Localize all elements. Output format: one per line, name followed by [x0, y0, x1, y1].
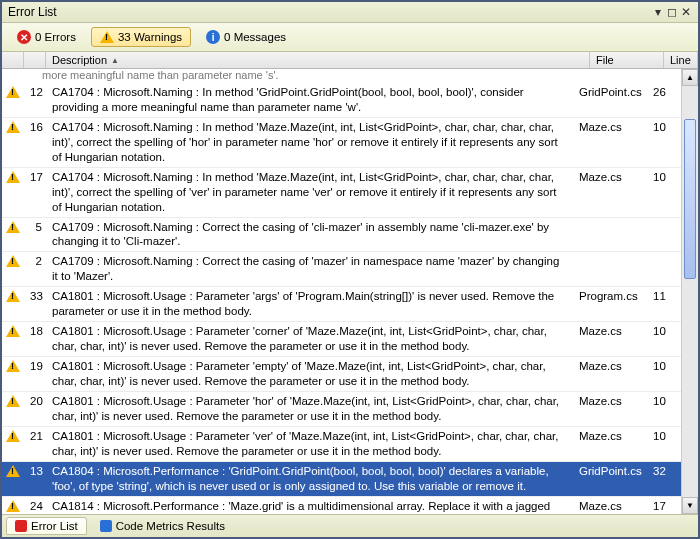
- scroll-thumb[interactable]: [684, 119, 696, 279]
- row-number: 12: [24, 84, 46, 116]
- row-icon-cell: [2, 84, 24, 116]
- scroll-down-icon[interactable]: ▼: [682, 497, 698, 514]
- error-list-icon: [15, 520, 27, 532]
- warning-icon: [6, 325, 20, 337]
- messages-filter-button[interactable]: i 0 Messages: [197, 27, 295, 47]
- table-row[interactable]: 2CA1709 : Microsoft.Naming : Correct the…: [2, 252, 681, 287]
- row-line: [647, 219, 681, 251]
- row-file: Maze.cs: [573, 323, 647, 355]
- titlebar: Error List ▾ ◻ ✕: [2, 2, 698, 23]
- table-row[interactable]: 12CA1704 : Microsoft.Naming : In method …: [2, 83, 681, 118]
- tab-error-list[interactable]: Error List: [6, 517, 87, 535]
- table-row[interactable]: 20CA1801 : Microsoft.Usage : Parameter '…: [2, 392, 681, 427]
- row-icon-cell: [2, 219, 24, 251]
- warning-icon: [100, 31, 114, 43]
- column-headers: Description ▲ File Line: [2, 52, 698, 69]
- partial-row-above: more meaningful name than parameter name…: [2, 69, 681, 83]
- maximize-icon[interactable]: ◻: [666, 6, 678, 18]
- col-header-description[interactable]: Description ▲: [46, 52, 590, 68]
- row-number: 24: [24, 498, 46, 515]
- row-line: 17: [647, 498, 681, 515]
- warning-icon: [6, 360, 20, 372]
- table-row[interactable]: 18CA1801 : Microsoft.Usage : Parameter '…: [2, 322, 681, 357]
- col-header-line[interactable]: Line: [664, 52, 698, 68]
- row-description: CA1709 : Microsoft.Naming : Correct the …: [46, 219, 573, 251]
- row-line: 10: [647, 323, 681, 355]
- row-description: CA1704 : Microsoft.Naming : In method 'M…: [46, 119, 573, 166]
- row-number: 19: [24, 358, 46, 390]
- warning-icon: [6, 430, 20, 442]
- row-number: 2: [24, 253, 46, 285]
- scroll-up-icon[interactable]: ▲: [682, 69, 698, 86]
- row-description: CA1801 : Microsoft.Usage : Parameter 'ar…: [46, 288, 573, 320]
- col-header-icon[interactable]: [2, 52, 24, 68]
- row-number: 17: [24, 169, 46, 216]
- row-icon-cell: [2, 288, 24, 320]
- row-icon-cell: [2, 463, 24, 495]
- table-row[interactable]: 33CA1801 : Microsoft.Usage : Parameter '…: [2, 287, 681, 322]
- code-metrics-icon: [100, 520, 112, 532]
- warning-icon: [6, 171, 20, 183]
- row-icon-cell: [2, 358, 24, 390]
- warning-icon: [6, 500, 20, 512]
- error-icon: ✕: [17, 30, 31, 44]
- row-line: 10: [647, 428, 681, 460]
- warning-icon: [6, 395, 20, 407]
- row-line: 10: [647, 393, 681, 425]
- row-file: Maze.cs: [573, 428, 647, 460]
- error-list-body: more meaningful name than parameter name…: [2, 69, 698, 514]
- warning-icon: [6, 221, 20, 233]
- messages-filter-label: 0 Messages: [224, 31, 286, 43]
- row-line: 26: [647, 84, 681, 116]
- row-number: 20: [24, 393, 46, 425]
- row-description: CA1801 : Microsoft.Usage : Parameter 'ho…: [46, 393, 573, 425]
- footer-tabs: Error List Code Metrics Results: [2, 514, 698, 537]
- table-row[interactable]: 13CA1804 : Microsoft.Performance : 'Grid…: [2, 462, 681, 497]
- sort-asc-icon: ▲: [111, 56, 119, 65]
- row-icon-cell: [2, 393, 24, 425]
- row-icon-cell: [2, 119, 24, 166]
- row-line: 10: [647, 169, 681, 216]
- errors-filter-button[interactable]: ✕ 0 Errors: [8, 27, 85, 47]
- row-number: 33: [24, 288, 46, 320]
- tab-code-metrics[interactable]: Code Metrics Results: [91, 517, 234, 535]
- row-line: 32: [647, 463, 681, 495]
- warning-icon: [6, 465, 20, 477]
- close-icon[interactable]: ✕: [680, 6, 692, 18]
- window-controls: ▾ ◻ ✕: [652, 6, 692, 18]
- row-icon-cell: [2, 323, 24, 355]
- errors-filter-label: 0 Errors: [35, 31, 76, 43]
- row-icon-cell: [2, 428, 24, 460]
- filter-toolbar: ✕ 0 Errors 33 Warnings i 0 Messages: [2, 23, 698, 52]
- row-number: 13: [24, 463, 46, 495]
- table-row[interactable]: 16CA1704 : Microsoft.Naming : In method …: [2, 118, 681, 168]
- warnings-filter-label: 33 Warnings: [118, 31, 182, 43]
- col-header-file[interactable]: File: [590, 52, 664, 68]
- row-line: 10: [647, 119, 681, 166]
- warning-icon: [6, 86, 20, 98]
- table-row[interactable]: 21CA1801 : Microsoft.Usage : Parameter '…: [2, 427, 681, 462]
- row-number: 16: [24, 119, 46, 166]
- table-row[interactable]: 19CA1801 : Microsoft.Usage : Parameter '…: [2, 357, 681, 392]
- row-file: GridPoint.cs: [573, 463, 647, 495]
- row-description: CA1704 : Microsoft.Naming : In method 'M…: [46, 169, 573, 216]
- row-file: [573, 253, 647, 285]
- row-file: Maze.cs: [573, 119, 647, 166]
- row-description: CA1704 : Microsoft.Naming : In method 'G…: [46, 84, 573, 116]
- vertical-scrollbar[interactable]: ▲ ▼: [681, 69, 698, 514]
- row-file: Program.cs: [573, 288, 647, 320]
- row-description: CA1801 : Microsoft.Usage : Parameter 've…: [46, 428, 573, 460]
- warning-icon: [6, 290, 20, 302]
- row-file: Maze.cs: [573, 498, 647, 515]
- table-row[interactable]: 17CA1704 : Microsoft.Naming : In method …: [2, 168, 681, 218]
- dropdown-icon[interactable]: ▾: [652, 6, 664, 18]
- row-number: 18: [24, 323, 46, 355]
- warning-icon: [6, 121, 20, 133]
- row-line: 10: [647, 358, 681, 390]
- table-row[interactable]: 24CA1814 : Microsoft.Performance : 'Maze…: [2, 497, 681, 515]
- table-row[interactable]: 5CA1709 : Microsoft.Naming : Correct the…: [2, 218, 681, 253]
- col-header-number[interactable]: [24, 52, 46, 68]
- warnings-filter-button[interactable]: 33 Warnings: [91, 27, 191, 47]
- row-file: [573, 219, 647, 251]
- row-description: CA1801 : Microsoft.Usage : Parameter 'em…: [46, 358, 573, 390]
